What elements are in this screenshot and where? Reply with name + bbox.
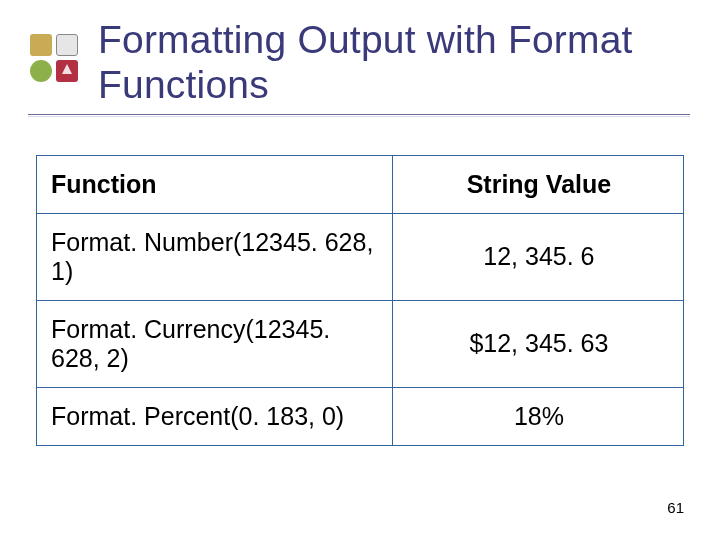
cell-value: $12, 345. 63 [392,300,683,387]
cell-value: 12, 345. 6 [392,213,683,300]
col-header-value: String Value [392,155,683,213]
table-row: Format. Currency(12345. 628, 2) $12, 345… [37,300,684,387]
cell-function: Format. Number(12345. 628, 1) [37,213,393,300]
table: Function String Value Format. Number(123… [36,155,684,446]
table-row: Format. Percent(0. 183, 0) 18% [37,387,684,445]
table-header-row: Function String Value [37,155,684,213]
page-number: 61 [667,499,684,516]
slide: Formatting Output with Format Functions … [0,0,720,540]
header: Formatting Output with Format Functions [0,0,720,108]
format-table: Function String Value Format. Number(123… [36,155,684,446]
title-underline [28,114,690,115]
col-header-function: Function [37,155,393,213]
table-row: Format. Number(12345. 628, 1) 12, 345. 6 [37,213,684,300]
page-title: Formatting Output with Format Functions [98,18,690,108]
cell-function: Format. Percent(0. 183, 0) [37,387,393,445]
cell-value: 18% [392,387,683,445]
cell-function: Format. Currency(12345. 628, 2) [37,300,393,387]
logo-icon [28,32,80,84]
